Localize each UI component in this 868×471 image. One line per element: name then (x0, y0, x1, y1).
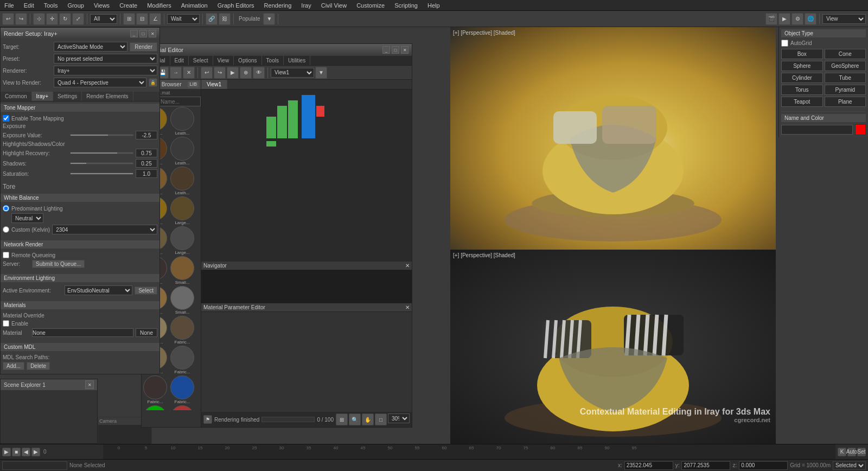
populate-btn[interactable]: ▼ (263, 13, 275, 25)
mat-editor-titlebar[interactable]: Material Editor _ □ ✕ (142, 44, 412, 56)
set-key-btn[interactable]: Set (857, 448, 866, 456)
env-select-btn[interactable]: Select (135, 287, 157, 295)
mat-zoom-fit-btn[interactable]: ⊞ (336, 413, 348, 425)
mat-menu-view[interactable]: View (213, 56, 234, 65)
menu-views[interactable]: Views (92, 2, 112, 9)
unlink-btn[interactable]: ⛓ (219, 13, 231, 25)
mat-render-all-btn[interactable]: ⊕ (240, 67, 252, 79)
scale-btn[interactable]: ⤢ (72, 13, 84, 25)
obj-cylinder[interactable]: Cylinder (781, 73, 823, 83)
materials-header[interactable]: Materials (1, 301, 159, 309)
mat-menu-edit[interactable]: Edit (170, 56, 189, 65)
remote-queueing-check[interactable] (3, 252, 9, 258)
mat-show-btn[interactable]: 👁 (253, 67, 265, 79)
angle-snap-btn[interactable]: ∠ (149, 13, 161, 25)
mat-menu-options[interactable]: Options (234, 56, 261, 65)
mat-close-btn[interactable]: ✕ (401, 46, 409, 54)
predominant-lighting-radio[interactable] (3, 205, 9, 212)
tab-render-elements[interactable]: Render Elements (82, 92, 133, 101)
menu-modifiers[interactable]: Modifiers (145, 2, 174, 9)
menu-tools[interactable]: Tools (42, 2, 60, 9)
submit-queue-btn[interactable]: Submit to Queue... (32, 260, 85, 268)
obj-cone[interactable]: Cone (825, 49, 866, 59)
select-btn[interactable]: ⊹ (33, 13, 45, 25)
mat-menu-utilities[interactable]: Utilities (284, 56, 310, 65)
close-btn[interactable]: ✕ (149, 30, 156, 37)
render-active-btn[interactable]: ▶ (778, 13, 790, 25)
white-balance-header[interactable]: White Balance (1, 194, 159, 202)
auto-key-btn[interactable]: Auto (847, 448, 856, 456)
mat-item-5[interactable]: Leath... (169, 167, 195, 195)
mat-item-20[interactable]: Fabric... (142, 405, 168, 410)
menu-create[interactable]: Create (117, 2, 139, 9)
mat-select-all-btn[interactable]: □ (375, 413, 387, 425)
shadows-slider[interactable] (70, 162, 133, 164)
mat-item-18[interactable]: Fabric... (142, 375, 168, 404)
mat-item-17[interactable]: Fabric... (169, 346, 195, 374)
mat-item-21[interactable]: Fabric... (169, 405, 195, 410)
mat-item-11[interactable]: Small... (169, 256, 195, 285)
enable-tone-mapping-check[interactable] (3, 115, 9, 122)
color-swatch[interactable] (855, 124, 866, 135)
mat-item-15[interactable]: Fabric... (169, 316, 195, 345)
obj-geosphere[interactable]: GeoSphere (825, 61, 866, 71)
mat-item-9[interactable]: Large... (169, 226, 195, 255)
mat-zoom-in-btn[interactable]: 🔍 (349, 413, 361, 425)
restore-btn[interactable]: □ (139, 30, 147, 37)
tab-settings[interactable]: Settings (53, 92, 82, 101)
custom-kelvin-radio[interactable] (3, 226, 9, 233)
env-lighting-header[interactable]: Environment Lighting (1, 274, 159, 282)
mat-view-select[interactable]: View1 (271, 68, 314, 78)
material-field[interactable] (32, 328, 133, 337)
env-effects-btn[interactable]: 🌐 (805, 13, 816, 25)
renderer-select[interactable]: Iray+ (54, 66, 157, 75)
obj-box[interactable]: Box (781, 49, 823, 59)
mdl-add-btn[interactable]: Add... (3, 362, 24, 370)
snap2d-btn[interactable]: ⊟ (136, 13, 148, 25)
menu-iray[interactable]: Iray (299, 2, 313, 9)
x-coord[interactable] (624, 461, 673, 470)
menu-rendering[interactable]: Rendering (262, 2, 294, 9)
render-setup-titlebar[interactable]: Render Setup: Iray+ _ □ ✕ (1, 28, 159, 40)
kelvin-select[interactable]: 2304 (52, 225, 157, 234)
timeline-scale[interactable]: 0 5 10 15 20 25 30 35 40 45 50 55 60 65 … (103, 444, 835, 459)
render-setup-btn[interactable]: ⚙ (792, 13, 803, 25)
mat-menu-tools[interactable]: Tools (262, 56, 284, 65)
tone-mapper-header[interactable]: Tone Mapper (1, 104, 159, 112)
mat-render-btn[interactable]: ▶ (227, 67, 239, 79)
render-button[interactable]: Render (130, 42, 157, 52)
menu-edit[interactable]: Edit (22, 2, 36, 9)
active-env-select[interactable]: EnvStudioNeutral (65, 285, 132, 295)
mat-view-btn[interactable]: ▼ (315, 67, 327, 79)
snap-btn[interactable]: ⊞ (123, 13, 135, 25)
tab-iray[interactable]: Iray+ (32, 92, 54, 101)
highlight-recovery-slider[interactable] (70, 152, 133, 154)
mat-zoom-select[interactable]: 30% (388, 413, 410, 423)
name-input[interactable] (781, 125, 853, 135)
mat-undo-btn[interactable]: ↩ (201, 67, 213, 79)
tab-common[interactable]: Common (1, 92, 32, 101)
minimize-btn[interactable]: _ (130, 30, 138, 37)
play-btn[interactable]: ▶ (2, 448, 11, 456)
network-render-header[interactable]: Network Render (1, 240, 159, 249)
obj-plane[interactable]: Plane (825, 97, 866, 107)
status-input[interactable] (2, 461, 67, 470)
mat-item-19[interactable]: Fabric... (169, 375, 195, 404)
redo-btn[interactable]: ↪ (15, 13, 27, 25)
key-mode-btn[interactable]: K (838, 448, 846, 456)
mdl-delete-btn[interactable]: Delete (27, 362, 50, 370)
saturation-slider[interactable] (70, 173, 133, 175)
menu-file[interactable]: File (2, 2, 16, 9)
mat-minimize-btn[interactable]: _ (382, 46, 390, 54)
obj-torus[interactable]: Torus (781, 85, 823, 95)
mat-item-13[interactable]: Small... (169, 286, 195, 315)
mat-hand-btn[interactable]: ✋ (362, 413, 374, 425)
enable-mat-check[interactable] (3, 320, 9, 327)
menu-graph-editors[interactable]: Graph Editors (215, 2, 257, 9)
filter-select[interactable]: All (90, 14, 117, 24)
coord-system-select[interactable]: View (822, 14, 866, 24)
scene-explorer-close[interactable]: ✕ (85, 380, 94, 389)
link-btn[interactable]: 🔗 (206, 13, 218, 25)
preset-select[interactable]: No preset selected (54, 54, 157, 63)
prev-frame-btn[interactable]: ◀ (22, 448, 30, 456)
